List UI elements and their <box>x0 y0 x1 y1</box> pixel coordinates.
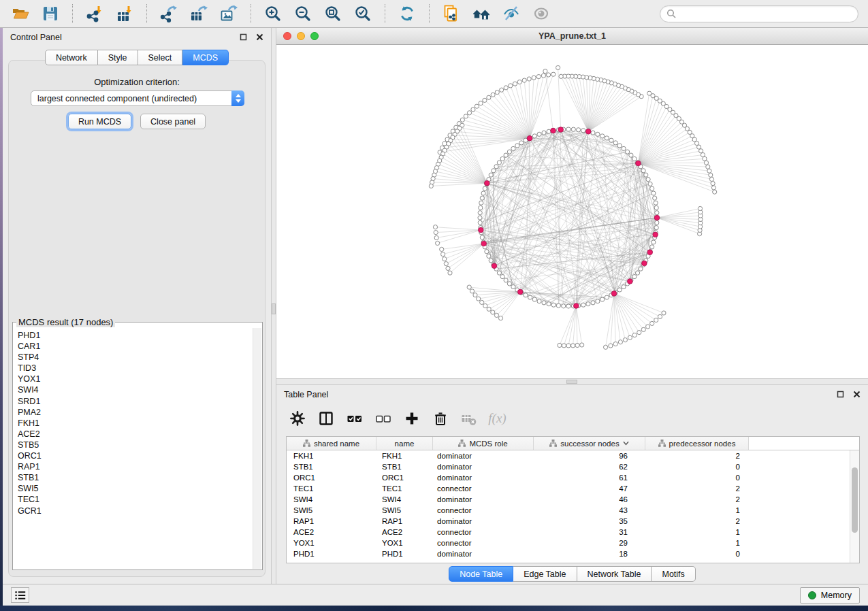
tab-mcds[interactable]: MCDS <box>182 50 229 65</box>
mcds-result-item[interactable]: ORC1 <box>18 450 252 461</box>
import-table-button[interactable] <box>111 2 138 25</box>
zoom-selected-icon <box>354 5 372 22</box>
mcds-result-item[interactable]: RAP1 <box>18 461 252 472</box>
panel-chooser-button[interactable] <box>11 587 29 603</box>
mcds-result-item[interactable]: TID3 <box>18 363 252 374</box>
first-neighbors-button[interactable] <box>468 2 495 25</box>
mcds-result-item[interactable]: FKH1 <box>18 418 252 429</box>
run-mcds-button[interactable]: Run MCDS <box>68 114 131 129</box>
close-panel-icon[interactable] <box>853 391 861 398</box>
cell-successor_nodes: 43 <box>534 506 645 514</box>
column-header-successor-nodes[interactable]: successor nodes <box>534 437 645 450</box>
mcds-result-item[interactable]: SRD1 <box>18 396 252 407</box>
table-row[interactable]: YOX1YOX1connector291 <box>287 538 859 548</box>
new-network-from-selection-button[interactable] <box>438 2 465 25</box>
mcds-result-item[interactable]: STP4 <box>18 352 252 363</box>
table-row[interactable]: SWI4SWI4dominator462 <box>287 494 859 505</box>
zoom-in-button[interactable] <box>259 2 287 25</box>
tab-network[interactable]: Network <box>45 50 98 65</box>
mcds-result-item[interactable]: SWI5 <box>18 483 252 494</box>
export-table-button[interactable] <box>185 2 212 25</box>
hide-graphics-details-button[interactable] <box>498 2 525 25</box>
close-panel-button[interactable]: Close panel <box>140 114 206 129</box>
mcds-result-item[interactable]: PHD1 <box>18 330 252 341</box>
tab-style[interactable]: Style <box>98 50 138 65</box>
horizontal-splitter[interactable] <box>276 378 868 385</box>
table-body: FKH1FKH1dominator962STB1STB1dominator620… <box>287 450 859 559</box>
column-header-MCDS-role[interactable]: MCDS role <box>433 437 534 450</box>
save-session-button[interactable] <box>37 2 64 25</box>
mcds-result-item[interactable]: SWI4 <box>18 384 252 395</box>
optimization-criterion-label: Optimization criterion: <box>9 77 265 87</box>
table-row[interactable]: PHD1PHD1dominator180 <box>287 548 859 559</box>
close-panel-icon[interactable] <box>256 33 263 41</box>
network-canvas[interactable] <box>276 45 868 378</box>
mcds-result-item[interactable]: YOX1 <box>18 374 252 384</box>
select-all-rows-button[interactable] <box>343 408 366 429</box>
column-header-name[interactable]: name <box>376 437 433 450</box>
splitter-handle[interactable] <box>272 303 276 314</box>
maximize-window-icon[interactable] <box>310 32 319 40</box>
status-bar: Memory <box>3 584 868 606</box>
apply-layout-button[interactable] <box>393 2 421 25</box>
column-header-shared-name[interactable]: shared name <box>287 437 376 450</box>
close-window-icon[interactable] <box>283 32 291 40</box>
list-icon <box>14 590 27 601</box>
deselect-all-rows-button[interactable] <box>372 408 394 429</box>
table-row[interactable]: STB1STB1dominator620 <box>287 461 859 472</box>
minimize-window-icon[interactable] <box>297 32 305 40</box>
eye-slash-icon <box>502 5 520 22</box>
export-image-button[interactable] <box>215 2 242 25</box>
cell-name: RAP1 <box>376 517 433 525</box>
add-column-button[interactable] <box>400 408 423 429</box>
table-row[interactable]: ORC1ORC1dominator610 <box>287 472 859 483</box>
table-row[interactable]: FKH1FKH1dominator962 <box>287 450 859 461</box>
mcds-result-item[interactable]: TEC1 <box>18 494 252 505</box>
criterion-select[interactable]: largest connected component (undirected) <box>31 90 244 106</box>
zoom-selected-button[interactable] <box>349 2 376 25</box>
table-tab-node-table[interactable]: Node Table <box>449 566 513 582</box>
float-panel-icon[interactable] <box>240 33 247 41</box>
network-graph[interactable] <box>276 45 868 378</box>
table-row[interactable]: ACE2ACE2connector311 <box>287 527 859 538</box>
cell-name: PHD1 <box>376 550 433 558</box>
table-tab-motifs[interactable]: Motifs <box>652 566 695 582</box>
gear-icon <box>289 410 306 427</box>
column-header-predecessor-nodes[interactable]: predecessor nodes <box>645 437 749 450</box>
splitter-handle[interactable] <box>566 380 577 384</box>
column-settings-button[interactable] <box>286 408 308 429</box>
import-network-button[interactable] <box>81 2 108 25</box>
table-tab-edge-table[interactable]: Edge Table <box>513 566 577 582</box>
delete-column-button[interactable] <box>429 408 451 429</box>
mcds-result-item[interactable]: GCR1 <box>18 506 252 516</box>
tab-select[interactable]: Select <box>138 50 183 65</box>
export-network-button[interactable] <box>155 2 182 25</box>
table-tab-network-table[interactable]: Network Table <box>577 566 652 582</box>
scrollbar-thumb[interactable] <box>852 467 858 533</box>
open-folder-icon <box>12 5 29 22</box>
cell-successor_nodes: 31 <box>534 528 645 536</box>
zoom-out-button[interactable] <box>289 2 317 25</box>
table-row[interactable]: TEC1TEC1connector472 <box>287 483 859 494</box>
column-label: predecessor nodes <box>669 440 736 448</box>
cell-predecessor_nodes: 1 <box>645 528 749 536</box>
table-scrollbar[interactable] <box>850 450 859 563</box>
zoom-fit-button[interactable] <box>319 2 347 25</box>
mcds-result-item[interactable]: PMA2 <box>18 407 252 418</box>
mcds-result-item[interactable]: ACE2 <box>18 429 252 440</box>
mcds-result-item[interactable]: CAR1 <box>18 341 252 352</box>
result-list-scrollbar[interactable] <box>253 328 261 569</box>
show-column-panel-button[interactable] <box>315 408 337 429</box>
memory-status-icon <box>808 591 816 599</box>
table-row[interactable]: RAP1RAP1dominator352 <box>287 516 859 527</box>
mcds-result-item[interactable]: STB1 <box>18 472 252 483</box>
cell-successor_nodes: 47 <box>534 484 645 493</box>
memory-button[interactable]: Memory <box>800 587 860 604</box>
mcds-result-item[interactable]: STB5 <box>18 440 252 450</box>
vertical-splitter[interactable] <box>271 28 276 584</box>
search-input[interactable] <box>680 9 852 18</box>
open-file-button[interactable] <box>7 2 34 25</box>
table-row[interactable]: SWI5SWI5connector431 <box>287 505 859 516</box>
control-panel: Control Panel NetworkStyleSelectMCDS Opt… <box>3 28 271 584</box>
float-panel-icon[interactable] <box>837 391 844 398</box>
